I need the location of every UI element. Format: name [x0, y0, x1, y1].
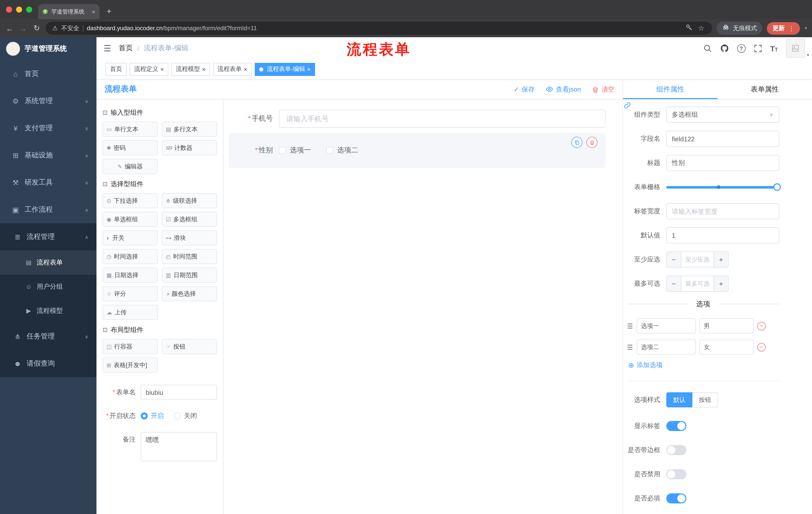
sidebar-item-leave-query[interactable]: ☻ 请假查询: [0, 350, 96, 377]
style-button-button[interactable]: 按钮: [692, 392, 718, 407]
palette-item-select[interactable]: ⊙下拉选择: [103, 193, 158, 208]
checkbox-option-1[interactable]: 选项一: [279, 146, 311, 155]
palette-item-single-line-text[interactable]: ▭单行文本: [103, 122, 158, 137]
sidebar-item-process-mgmt[interactable]: ≣ 流程管理 ∧: [0, 223, 96, 250]
form-remark-textarea[interactable]: 嘿嘿: [141, 432, 217, 461]
palette-item-table[interactable]: ⊞表格[开发中]: [103, 358, 158, 373]
traffic-light-zoom[interactable]: [26, 6, 32, 12]
sidebar-item-home[interactable]: ⌂ 首页: [0, 60, 96, 87]
tag-close-icon[interactable]: ×: [244, 66, 247, 72]
tab-component-props[interactable]: 组件属性: [623, 79, 718, 99]
tag-home[interactable]: 首页: [106, 63, 127, 76]
sidebar-item-user-group[interactable]: ☺ 用户分组: [0, 275, 96, 299]
search-icon[interactable]: [703, 44, 712, 53]
required-switch[interactable]: [666, 493, 686, 504]
add-option-button[interactable]: ⊕添加选项: [628, 360, 779, 370]
sidebar-item-system-mgmt[interactable]: ⚙ 系统管理 ∨: [0, 87, 96, 115]
disabled-switch[interactable]: [666, 469, 686, 479]
delete-component-button[interactable]: [586, 137, 598, 148]
help-icon[interactable]: ?: [737, 44, 746, 53]
tag-close-icon[interactable]: ×: [202, 66, 205, 72]
tag-close-icon[interactable]: ×: [160, 66, 164, 72]
tag-process-form[interactable]: 流程表单×: [213, 63, 252, 76]
palette-item-button[interactable]: ☞按钮: [162, 339, 217, 354]
status-off-radio[interactable]: 关闭: [174, 411, 197, 421]
remove-option-button[interactable]: −: [757, 322, 765, 330]
option-label-input[interactable]: [636, 318, 696, 333]
sidebar-item-workflow[interactable]: ▣ 工作流程 ∧: [0, 196, 96, 223]
palette-item-time-picker[interactable]: ◷时间选择: [103, 249, 158, 264]
phone-input[interactable]: [279, 110, 606, 128]
copy-component-button[interactable]: [571, 137, 582, 148]
sidebar-item-payment-mgmt[interactable]: ¥ 支付管理 ∨: [0, 115, 96, 142]
decrease-button[interactable]: −: [667, 252, 682, 267]
tag-close-icon[interactable]: ×: [307, 66, 311, 72]
option-value-input[interactable]: [699, 340, 753, 355]
palette-item-switch[interactable]: ◐开关: [103, 231, 158, 245]
browser-menu-icon[interactable]: ⋮: [788, 24, 795, 32]
hamburger-icon[interactable]: ☰: [104, 43, 111, 54]
default-value-input[interactable]: [666, 227, 779, 243]
reload-icon[interactable]: ↻: [32, 24, 41, 33]
traffic-light-close[interactable]: [6, 6, 12, 12]
option-value-input[interactable]: [699, 318, 753, 333]
drag-handle-icon[interactable]: ☰: [627, 322, 633, 330]
remove-option-button[interactable]: −: [757, 343, 765, 351]
form-grid-slider[interactable]: [666, 179, 779, 195]
palette-item-password[interactable]: ✱密码: [103, 140, 158, 155]
palette-item-editor[interactable]: ✎编辑器: [103, 159, 158, 174]
palette-item-upload[interactable]: ☁上传: [103, 305, 158, 320]
back-icon[interactable]: ←: [5, 24, 14, 32]
label-width-input[interactable]: [666, 203, 779, 219]
address-bar[interactable]: ⚠ 不安全 dashboard.yudao.iocoder.cn/bpm/man…: [46, 22, 712, 35]
save-button[interactable]: ✓保存: [514, 85, 534, 94]
fullscreen-icon[interactable]: [753, 44, 762, 53]
gender-component-selected[interactable]: *性别 选项一 选项二: [229, 133, 606, 168]
tag-process-model[interactable]: 流程模型×: [171, 63, 210, 76]
key-icon[interactable]: [686, 24, 693, 33]
palette-item-checkbox-group[interactable]: ☑多选框组: [162, 212, 217, 227]
view-json-button[interactable]: 查看json: [546, 85, 581, 94]
title-input[interactable]: [666, 155, 779, 171]
option-label-input[interactable]: [636, 340, 696, 355]
forward-icon[interactable]: →: [19, 24, 28, 32]
form-name-input[interactable]: [141, 385, 217, 400]
breadcrumb-home[interactable]: 首页: [119, 44, 133, 53]
palette-item-multi-line-text[interactable]: ▤多行文本: [162, 122, 217, 137]
traffic-light-minimize[interactable]: [16, 6, 22, 12]
status-on-radio[interactable]: 开启: [141, 411, 164, 421]
phone-field-row[interactable]: *手机号: [229, 110, 606, 128]
update-button[interactable]: 更新 ⋮: [767, 22, 800, 34]
border-switch[interactable]: [666, 445, 686, 455]
sidebar-item-process-form[interactable]: ▤ 流程表单: [0, 250, 96, 275]
component-type-select[interactable]: 多选框组▼: [666, 107, 779, 123]
show-label-switch[interactable]: [666, 421, 686, 431]
security-label[interactable]: 不安全: [61, 24, 79, 32]
avatar[interactable]: ▾: [786, 39, 805, 58]
link-icon[interactable]: [624, 102, 631, 111]
style-default-button[interactable]: 默认: [666, 392, 692, 407]
slider-track[interactable]: [666, 186, 779, 188]
palette-item-rate[interactable]: ☆评分: [103, 286, 158, 301]
logo[interactable]: 芋道管理系统: [0, 37, 96, 60]
sidebar-item-task-mgmt[interactable]: ⋔ 任务管理 ∨: [0, 323, 96, 350]
font-size-icon[interactable]: TT: [770, 45, 778, 52]
palette-item-radio-group[interactable]: ◉单选框组: [103, 212, 158, 227]
clear-button[interactable]: 清空: [592, 85, 614, 94]
palette-item-cascader[interactable]: ⋔级联选择: [162, 193, 217, 208]
new-tab-button[interactable]: +: [107, 6, 112, 17]
increase-button[interactable]: +: [714, 252, 728, 267]
increase-button[interactable]: +: [714, 276, 728, 291]
sidebar-item-dev-tools[interactable]: ⚒ 研发工具 ∨: [0, 169, 96, 196]
min-select-value[interactable]: 至少应选: [682, 252, 714, 267]
sidebar-item-infrastructure[interactable]: ⊞ 基础设施 ∨: [0, 142, 96, 169]
sidebar-item-process-model[interactable]: ▶ 流程模型: [0, 299, 96, 323]
max-select-value[interactable]: 最多可选: [682, 276, 714, 291]
palette-item-date-range[interactable]: ▥日期范围: [162, 268, 217, 283]
drag-handle-icon[interactable]: ☰: [627, 343, 633, 351]
github-icon[interactable]: [720, 44, 729, 53]
browser-tab[interactable]: 芋道管理系统 ×: [38, 4, 99, 19]
tab-close-icon[interactable]: ×: [92, 8, 95, 15]
tag-process-form-edit[interactable]: 流程表单-编辑×: [255, 63, 315, 76]
checkbox-option-2[interactable]: 选项二: [326, 146, 358, 155]
